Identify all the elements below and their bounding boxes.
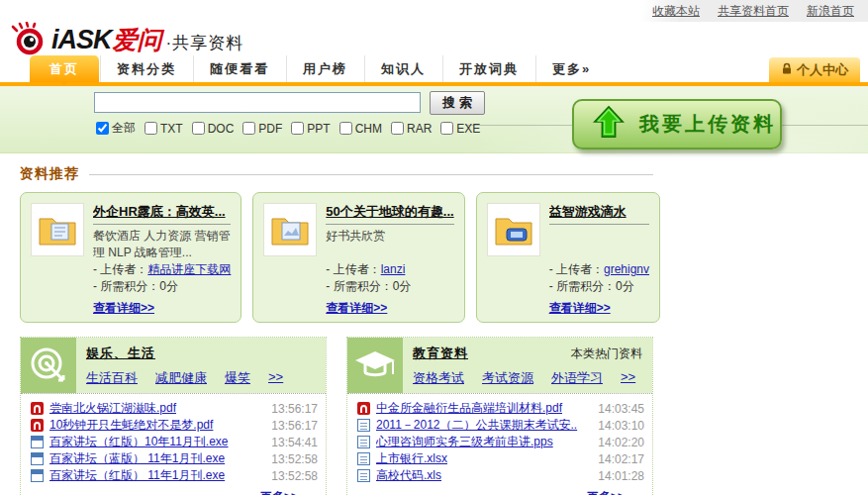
doc-icon [357,436,370,448]
file-row: 心理咨询师实务三级考前串讲.pps 14:02:20 [357,434,644,450]
doc-icon [357,469,370,482]
link-bookmark-site[interactable]: 收藏本站 [652,3,700,20]
panel-title-link[interactable]: 教育资料 [413,345,468,362]
upload-button[interactable]: 我要上传资料 [572,99,782,149]
filter-label: PPT [307,122,330,136]
filter-exe[interactable]: EXE [440,122,480,136]
nav-tab-browse[interactable]: 随便看看 [193,55,285,82]
file-link[interactable]: 百家讲坛（红版） 11年1月刊.exe [49,467,263,484]
panel-sublink[interactable]: 爆笑 [225,369,250,387]
panel-sublink[interactable]: 考试资源 [482,369,533,387]
filter-pdf[interactable]: PDF [242,122,282,136]
file-link[interactable]: 高校代码.xls [376,467,590,484]
brand-latin: iASK [51,25,112,55]
view-detail-link[interactable]: 查看详细>> [326,300,387,317]
lock-icon [781,62,793,78]
file-link[interactable]: 尝南北火锅江湖滋味.pdf [49,400,263,417]
card-description [549,228,649,261]
uploader-label: - 上传者： [93,262,147,276]
points-label: - 所需积分： [93,279,159,293]
panel-sublink[interactable]: 资格考试 [413,369,464,387]
card-points-row: - 所需积分：0分 [549,278,649,295]
filter-exe-checkbox[interactable] [440,122,453,135]
nav-tab-dictionary[interactable]: 开放词典 [442,55,534,82]
filter-label: 全部 [112,120,136,137]
uploader-link[interactable]: lanzi [381,262,406,276]
search-button[interactable]: 搜 索 [430,91,485,115]
nav-tab-home[interactable]: 首页 [30,55,99,82]
filter-pdf-checkbox[interactable] [242,122,255,135]
panel-sublink-more[interactable]: >> [621,369,635,387]
file-link[interactable]: 百家讲坛（红版）10年11月刊.exe [49,434,263,450]
filter-all-checkbox[interactable] [96,122,109,135]
exe-icon [31,436,44,448]
view-detail-link[interactable]: 查看详细>> [549,300,611,317]
view-detail-link[interactable]: 查看详细>> [93,300,154,317]
card-title-link[interactable]: 外企HR露底：高效英... [93,204,226,219]
doc-icon [357,419,370,432]
file-time: 14:03:10 [598,419,644,433]
link-sina-home[interactable]: 新浪首页 [807,3,854,20]
panel-title-link[interactable]: 娱乐、生活 [86,345,155,362]
file-link[interactable]: 心理咨询师实务三级考前串讲.pps [376,434,590,450]
search-input[interactable] [94,92,421,113]
filter-chm-checkbox[interactable] [339,122,352,135]
filter-rar-checkbox[interactable] [391,122,404,135]
header: iASK 爱问 ·共享资料 [0,22,868,57]
search-band: 搜 索 全部 TXT DOC PDF PPT CHM RAR [0,86,868,153]
pdf-icon [31,402,44,415]
panel-sublink[interactable]: 生活百科 [86,369,138,387]
points-value: 0分 [159,279,178,293]
up-arrow-icon [590,104,627,145]
uploader-link[interactable]: 精品讲座下载网 [147,262,231,276]
file-list: 中金所金融衍生品高端培训材料.pdf 14:03:45 2011－2012（二）… [347,393,652,495]
file-row: 尝南北火锅江湖滋味.pdf 13:56:17 [31,400,318,417]
filter-txt-checkbox[interactable] [145,122,157,135]
file-link[interactable]: 百家讲坛（蓝版） 11年1月刊.exe [49,450,263,467]
uploader-link[interactable]: grehignv [604,262,649,276]
nav-tab-knowledge[interactable]: 知识人 [364,55,441,82]
filter-label: EXE [456,122,480,136]
filter-txt[interactable]: TXT [145,122,183,136]
file-link[interactable]: 2011－2012（二）公共课期末考试安.. [376,417,590,434]
more-link[interactable]: 更多>> [587,490,625,495]
filter-ppt-checkbox[interactable] [291,122,304,135]
nav-tab-more[interactable]: 更多» [535,55,607,82]
personal-center-label: 个人中心 [797,61,848,79]
filter-label: DOC [208,122,235,136]
nav-tab-categories[interactable]: 资料分类 [100,55,192,82]
file-row: 10秒钟开只生蚝绝对不是梦.pdf 13:56:17 [31,417,318,434]
file-row: 上市银行.xlsx 14:02:17 [357,450,644,467]
uploader-label: - 上传者： [326,262,380,276]
filter-all[interactable]: 全部 [96,120,136,137]
panel-sublink-more[interactable]: >> [268,369,283,387]
card-points-row: - 所需积分：0分 [326,278,453,295]
panel-sublink[interactable]: 减肥健康 [155,369,207,387]
card-title-link[interactable]: 50个关于地球的有趣... [326,204,453,219]
file-link[interactable]: 中金所金融衍生品高端培训材料.pdf [376,400,590,417]
link-share-home[interactable]: 共享资料首页 [718,3,789,20]
panel-sublink[interactable]: 外语学习 [551,369,603,387]
filetype-filters: 全部 TXT DOC PDF PPT CHM RAR EXE [96,120,480,137]
filter-chm[interactable]: CHM [339,122,382,136]
pdf-icon [357,402,370,415]
file-link[interactable]: 上市银行.xlsx [376,450,590,467]
filter-doc-checkbox[interactable] [192,122,205,135]
filter-label: RAR [407,122,432,136]
filter-doc[interactable]: DOC [192,122,235,136]
points-label: - 所需积分： [549,279,616,293]
personal-center-button[interactable]: 个人中心 [769,57,860,82]
file-row: 百家讲坛（蓝版） 11年1月刊.exe 13:52:58 [31,450,318,467]
file-time: 13:54:41 [271,436,318,449]
filter-rar[interactable]: RAR [391,122,432,136]
nav-tab-user-rank[interactable]: 用户榜 [286,55,363,82]
filter-ppt[interactable]: PPT [291,122,330,136]
pdf-icon [31,419,44,432]
panel-header: 娱乐、生活 生活百科 减肥健康 爆笑 >> [21,338,326,393]
file-time: 14:03:45 [598,402,644,416]
more-link[interactable]: 更多>> [260,490,298,495]
file-row: 高校代码.xls 14:01:28 [357,467,644,484]
card-title-link[interactable]: 益智游戏滴水 [549,204,627,219]
filter-label: PDF [258,122,282,136]
file-link[interactable]: 10秒钟开只生蚝绝对不是梦.pdf [49,417,263,434]
